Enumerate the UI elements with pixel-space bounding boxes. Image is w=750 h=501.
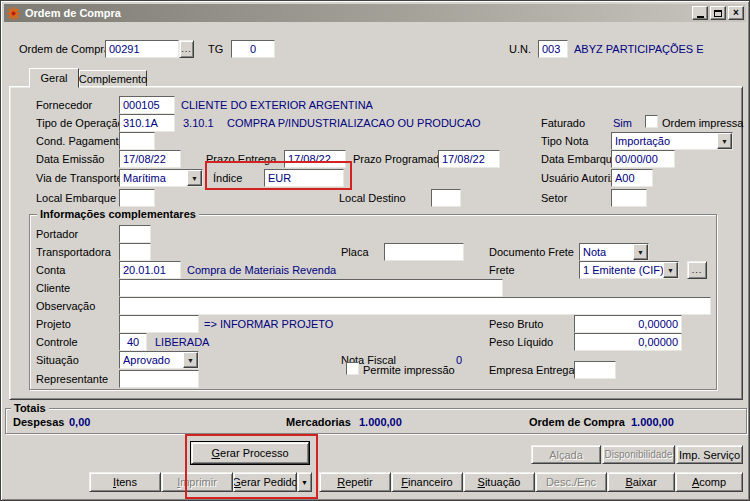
indice-label: Índice [213, 172, 242, 184]
peso-bruto-field[interactable]: 0,00000 [574, 315, 682, 333]
disponibilidade-button: Disponibilidade [602, 445, 675, 464]
fornecedor-label: Fornecedor [36, 99, 92, 111]
prazo-entrega-field[interactable]: 17/08/22 [284, 150, 346, 168]
via-transporte-select[interactable]: Marítima ▼ [119, 169, 203, 187]
alcada-button: Alçada [531, 445, 601, 464]
gerar-pedido-button[interactable]: Gerar Pedido [233, 472, 297, 492]
informacoes-complementares-title: Informações complementares [37, 208, 199, 220]
financeiro-button[interactable]: Financeiro [391, 472, 463, 492]
local-embarque-field[interactable] [119, 189, 155, 207]
placa-field[interactable] [384, 243, 464, 261]
tipo-nota-select[interactable]: Importação ▼ [611, 132, 733, 150]
representante-field[interactable] [119, 370, 199, 388]
cliente-label: Cliente [36, 282, 70, 294]
imp-servico-button[interactable]: Imp. Serviço [676, 445, 743, 464]
chevron-down-icon: ▼ [301, 479, 308, 486]
conta-field[interactable]: 20.01.01 [119, 261, 181, 279]
ordem-lookup-button[interactable]: ... [179, 40, 194, 58]
repetir-button[interactable]: Repetir [319, 472, 391, 492]
tab-geral[interactable]: Geral [29, 68, 79, 88]
chevron-down-icon[interactable]: ▼ [183, 352, 198, 368]
permite-impressao-label: Permite impressão [363, 364, 455, 376]
controle-description: LIBERADA [155, 336, 209, 348]
nota-fiscal-value: 0 [456, 354, 462, 366]
baixar-button[interactable]: Baixar [607, 472, 675, 492]
chevron-down-icon[interactable]: ▼ [187, 170, 202, 186]
frete-label: Frete [489, 264, 515, 276]
app-icon [7, 6, 22, 20]
projeto-hint: => INFORMAR PROJETO [204, 318, 333, 330]
peso-liquido-field[interactable]: 0,00000 [574, 333, 682, 351]
indice-field[interactable]: EUR [264, 169, 344, 187]
frete-select[interactable]: 1 Emitente (CIF) ▼ [579, 261, 679, 279]
imprimir-button: Imprimir [161, 472, 233, 492]
title-bar[interactable]: Ordem de Compra × [4, 4, 746, 22]
gerar-pedido-dropdown-button[interactable]: ▼ [297, 472, 312, 492]
situacao-select[interactable]: Aprovado ▼ [119, 351, 199, 369]
frete-lookup-button[interactable]: ... [687, 261, 707, 279]
ordem-compra-label: Ordem de Compra [19, 43, 110, 55]
cond-pagamento-field[interactable] [119, 132, 155, 150]
prazo-programado-label: Prazo Programado [353, 153, 445, 165]
maximize-button[interactable] [710, 6, 726, 20]
situacao-label: Situação [36, 354, 79, 366]
faturado-value: Sim [613, 117, 632, 129]
local-destino-field[interactable] [431, 189, 461, 207]
tipo-operacao-description: COMPRA P/INDUSTRIALIZACAO OU PRODUCAO [227, 117, 481, 129]
close-button[interactable]: × [728, 6, 744, 20]
itens-button[interactable]: Itens [89, 472, 161, 492]
prazo-entrega-label: Prazo Entrega [206, 153, 276, 165]
ordem-compra-field[interactable]: 00291 [105, 40, 179, 58]
gerar-processo-button[interactable]: Gerar Processo [191, 442, 309, 464]
observacao-field[interactable] [119, 297, 711, 315]
conta-description: Compra de Materiais Revenda [187, 264, 336, 276]
ordem-impressa-checkbox[interactable] [645, 115, 658, 128]
data-emissao-label: Data Emissão [36, 153, 104, 165]
setor-label: Setor [541, 192, 567, 204]
cliente-field[interactable] [119, 279, 503, 297]
tab-complemento[interactable]: Complemento [79, 70, 147, 86]
despesas-value: 0,00 [69, 416, 90, 428]
un-field[interactable]: 003 [538, 40, 568, 58]
peso-bruto-label: Peso Bruto [489, 318, 543, 330]
minimize-button[interactable] [692, 6, 708, 20]
permite-impressao-checkbox[interactable] [346, 362, 359, 375]
chevron-down-icon[interactable]: ▼ [663, 262, 678, 278]
controle-field[interactable]: 40 [119, 333, 147, 351]
faturado-label: Faturado [541, 117, 585, 129]
tg-field[interactable]: 0 [231, 40, 275, 58]
chevron-down-icon[interactable]: ▼ [717, 133, 732, 149]
fornecedor-description: CLIENTE DO EXTERIOR ARGENTINA [181, 99, 373, 111]
tipo-operacao-field[interactable]: 310.1A [119, 114, 175, 132]
chevron-down-icon[interactable]: ▼ [633, 244, 648, 260]
ordem-impressa-label: Ordem impressa [662, 117, 743, 129]
ordem-de-compra-window: Ordem de Compra × Ordem de Compra 00291 … [0, 0, 750, 501]
tipo-operacao-code: 3.10.1 [183, 117, 214, 129]
data-embarque-field[interactable]: 00/00/00 [611, 150, 675, 168]
usuario-autorizado-field[interactable]: A00 [611, 169, 653, 187]
peso-liquido-label: Peso Líquido [489, 336, 553, 348]
transportadora-label: Transportadora [36, 246, 111, 258]
mercadorias-value: 1.000,00 [359, 416, 402, 428]
data-embarque-label: Data Embarque [541, 153, 618, 165]
empresa-entrega-field[interactable] [574, 361, 616, 379]
observacao-label: Observação [36, 300, 95, 312]
mercadorias-label: Mercadorias [286, 416, 351, 428]
documento-frete-select[interactable]: Nota ▼ [579, 243, 649, 261]
portador-field[interactable] [119, 225, 151, 243]
situacao-button[interactable]: Situação [463, 472, 535, 492]
controle-label: Controle [36, 336, 78, 348]
data-emissao-field[interactable]: 17/08/22 [119, 150, 181, 168]
prazo-programado-field[interactable]: 17/08/22 [438, 150, 500, 168]
local-embarque-label: Local Embarque [36, 192, 116, 204]
tipo-nota-label: Tipo Nota [541, 135, 588, 147]
transportadora-field[interactable] [119, 243, 151, 261]
projeto-field[interactable] [119, 315, 199, 333]
fornecedor-field[interactable]: 000105 [119, 96, 175, 114]
totais-title: Totais [11, 402, 49, 414]
minimize-icon [697, 16, 704, 18]
documento-frete-label: Documento Frete [489, 246, 574, 258]
acomp-button[interactable]: Acomp [675, 472, 743, 492]
close-icon: × [733, 8, 739, 18]
setor-field[interactable] [611, 189, 647, 207]
